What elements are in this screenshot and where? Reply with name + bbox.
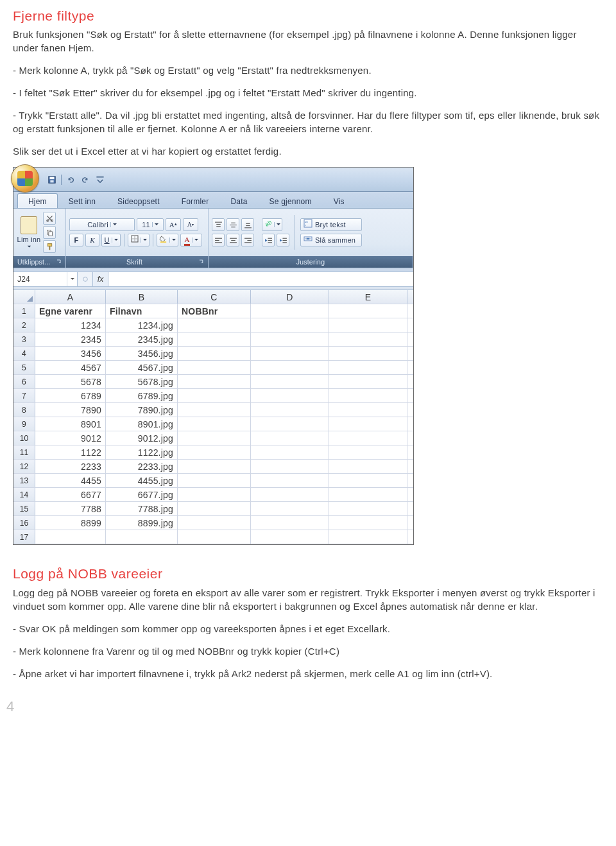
align-top-button[interactable] [212,218,225,231]
cell[interactable]: 4567.jpg [106,361,178,374]
cell[interactable] [251,502,329,515]
cell[interactable] [329,361,407,374]
tab-sideoppsett[interactable]: Sideoppsett [107,193,171,208]
cell[interactable] [329,347,407,360]
cell[interactable] [106,530,178,544]
cell[interactable]: 5678 [35,375,106,388]
cell[interactable] [251,488,329,501]
table-row[interactable]: 434563456.jpg [13,347,413,361]
shrink-font-button[interactable]: A▾ [183,218,198,231]
table-row[interactable]: 1688998899.jpg [13,516,413,530]
cell[interactable] [329,431,407,445]
col-header-c[interactable]: C [178,290,251,304]
col-header-e[interactable]: E [329,290,407,304]
row-header[interactable]: 16 [13,516,35,530]
table-row[interactable]: 1466776677.jpg [13,488,413,502]
cell[interactable]: 6677.jpg [106,488,178,501]
orientation-button[interactable]: ab [262,218,282,231]
cell[interactable] [251,318,329,332]
cell[interactable] [251,347,329,360]
select-all-cell[interactable] [13,290,35,304]
name-box[interactable]: J24 [13,272,78,286]
tab-se-gjennom[interactable]: Se gjennom [259,193,323,208]
cell[interactable] [329,445,407,459]
cell[interactable]: 7890 [35,403,106,417]
cell[interactable] [35,530,106,544]
save-icon[interactable] [46,173,58,186]
table-row[interactable]: 989018901.jpg [13,417,413,431]
cell[interactable]: 5678.jpg [106,375,178,388]
cell[interactable] [329,403,407,417]
row-header[interactable]: 17 [13,530,35,544]
align-middle-button[interactable] [227,218,239,231]
cell[interactable]: 4455.jpg [106,474,178,487]
row-header[interactable]: 14 [13,488,35,501]
fx-button[interactable]: fx [93,272,108,286]
cell[interactable] [178,347,251,360]
table-row[interactable]: 212341234.jpg [13,318,413,332]
row-header[interactable]: 1 [13,304,35,318]
row-header[interactable]: 10 [13,431,35,445]
cell[interactable] [178,318,251,332]
font-size-select[interactable]: 11 [137,218,164,231]
cell[interactable]: 2345.jpg [106,332,178,346]
borders-button[interactable] [128,234,150,246]
cell[interactable] [329,474,407,487]
cell[interactable]: Filnavn [106,304,178,318]
cell[interactable] [178,332,251,346]
paste-button[interactable]: Lim inn [17,216,41,249]
cell[interactable]: 6789.jpg [106,389,178,402]
italic-button[interactable]: K [85,234,99,246]
cell[interactable]: 1234.jpg [106,318,178,332]
row-header[interactable]: 7 [13,389,35,402]
tab-vis[interactable]: Vis [323,193,355,208]
grow-font-button[interactable]: A▴ [166,218,181,231]
cell[interactable] [178,530,251,544]
cell[interactable] [178,417,251,431]
cell[interactable] [329,530,407,544]
cell[interactable]: NOBBnr [178,304,251,318]
row-header[interactable]: 6 [13,375,35,388]
cell[interactable] [251,375,329,388]
cell[interactable] [178,474,251,487]
office-button[interactable] [11,164,39,193]
cell[interactable]: 6677 [35,488,106,501]
row-header[interactable]: 13 [13,474,35,487]
cell[interactable] [178,403,251,417]
cell[interactable] [178,488,251,501]
tab-data[interactable]: Data [219,193,258,208]
row-header[interactable]: 12 [13,460,35,473]
cell[interactable]: 3456 [35,347,106,360]
table-row[interactable]: 1577887788.jpg [13,502,413,516]
table-row[interactable]: 323452345.jpg [13,332,413,347]
cell[interactable] [251,389,329,402]
cell[interactable] [329,389,407,402]
fill-color-button[interactable] [157,234,178,246]
cell[interactable] [329,375,407,388]
cut-icon[interactable] [43,212,56,225]
row-header[interactable]: 11 [13,445,35,459]
cell[interactable] [178,460,251,473]
cell[interactable]: 8901 [35,417,106,431]
format-painter-icon[interactable] [43,240,56,253]
cell[interactable]: Egne varenr [35,304,106,318]
cell[interactable]: 8901.jpg [106,417,178,431]
cell[interactable] [329,304,407,318]
table-row[interactable]: 1222332233.jpg [13,460,413,474]
cell[interactable] [329,332,407,346]
cell[interactable]: 8899.jpg [106,516,178,530]
copy-icon[interactable] [43,226,56,239]
cell[interactable] [329,516,407,530]
chevron-down-icon[interactable] [67,272,77,286]
cell[interactable]: 8899 [35,516,106,530]
cell[interactable] [178,516,251,530]
underline-button[interactable]: U [101,234,121,246]
cell[interactable] [251,304,329,318]
align-right-button[interactable] [241,234,254,246]
cell[interactable] [251,431,329,445]
cell[interactable]: 4455 [35,474,106,487]
font-color-button[interactable]: A [180,234,202,246]
col-header-d[interactable]: D [251,290,329,304]
col-header-a[interactable]: A [35,290,106,304]
row-header[interactable]: 15 [13,502,35,515]
